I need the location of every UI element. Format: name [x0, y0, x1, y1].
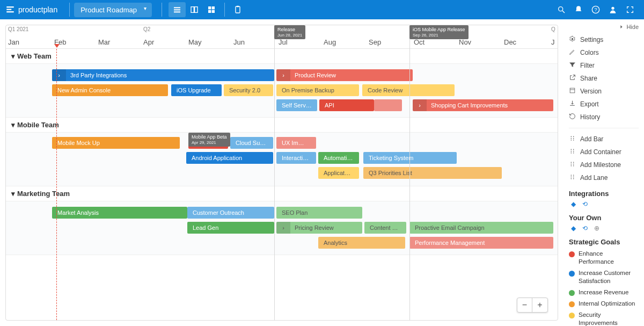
svg-point-18 [611, 7, 614, 10]
expand-chevron-icon[interactable]: › [52, 69, 66, 81]
bar-label: Self Serv… [282, 102, 312, 108]
help-icon[interactable]: ? [587, 2, 604, 17]
roadmap-bar[interactable]: Mobile Mock Up [52, 137, 180, 149]
svg-point-31 [573, 149, 574, 150]
roadmap-bar[interactable]: Applicat… [318, 167, 359, 179]
side-add-container[interactable]: Add Container [569, 146, 639, 158]
side-export[interactable]: Export [569, 98, 639, 111]
roadmap-bar[interactable]: Self Serv… [276, 99, 317, 111]
roadmap-bar[interactable]: iOS Upgrade [171, 84, 222, 96]
bar-label: On Premise Backup [282, 87, 334, 93]
side-add-milestone[interactable]: Add Milestone [569, 158, 639, 171]
side-filter[interactable]: Filter [569, 59, 639, 72]
roadmap-bar[interactable]: Performance Management [409, 237, 553, 249]
roadmap-canvas: Q1 2021Q2Q3Q4QJanFebMarAprMayJunJulAugSe… [0, 19, 564, 326]
roadmap-bar[interactable]: ›Shopping Cart Improvements [413, 99, 553, 111]
integration-refresh-icon[interactable]: ⟲ [581, 200, 589, 208]
roadmap-bar[interactable]: UX Im… [276, 137, 316, 149]
expand-chevron-icon[interactable]: › [276, 69, 290, 81]
roadmap-bar[interactable]: Ticketing System [363, 152, 457, 164]
svg-rect-5 [174, 11, 180, 12]
roadmap-bar[interactable]: Lead Gen [187, 222, 274, 234]
quarter-label: Q2 [143, 26, 150, 32]
roadmap-bar[interactable]: Security 2.0 [224, 84, 273, 96]
split-view-icon[interactable] [186, 2, 203, 17]
clipboard-icon[interactable] [229, 2, 246, 17]
roadmap-bar[interactable] [374, 99, 402, 111]
brand-logo[interactable]: productplan [5, 5, 57, 15]
bar-label: Security 2.0 [229, 87, 260, 93]
roadmap-bar[interactable]: ›3rd Party Integrations [52, 69, 274, 81]
svg-rect-8 [208, 6, 211, 9]
goal-item[interactable]: Security Improvements [569, 309, 639, 326]
goal-item[interactable]: Increase Customer Satisfaction [569, 267, 639, 287]
your-own-icon[interactable]: ◆ [569, 224, 577, 233]
bar-label: Analytics [324, 240, 347, 246]
roadmap-name: Product Roadmap [80, 6, 137, 14]
milestone-tag[interactable]: iOS Mobile App ReleaseSep 26, 2021 [409, 25, 469, 39]
goal-item[interactable]: Enhance Performance [569, 248, 639, 267]
side-history[interactable]: History [569, 111, 639, 124]
expand-chevron-icon[interactable]: › [276, 222, 290, 234]
roadmap-bar[interactable]: Customer Outreach [187, 207, 274, 219]
roadmap-bar[interactable]: Automati… [318, 152, 359, 164]
zoom-out-button[interactable]: − [517, 298, 532, 312]
svg-point-34 [571, 162, 572, 163]
goal-item[interactable]: Internal Optimization [569, 298, 639, 309]
grid-view-icon[interactable] [203, 2, 220, 17]
roadmap-bar[interactable]: SEO Plan [276, 207, 362, 219]
roadmap-bar[interactable]: Proactive Email Campaign [409, 222, 553, 234]
lane-header[interactable]: ▾Web Team [6, 49, 558, 64]
drag-icon [569, 173, 576, 182]
goal-dot [569, 301, 575, 307]
roadmap-bar[interactable]: Content … [364, 222, 406, 234]
separator [224, 3, 225, 17]
month-label: Nov [459, 38, 471, 46]
svg-point-23 [571, 138, 572, 139]
roadmap-bar[interactable]: Q3 Priorities List [363, 167, 502, 179]
logo-icon [5, 5, 15, 15]
roadmap-bar[interactable]: API [319, 99, 374, 111]
roadmap-bar[interactable]: Market Analysis [52, 207, 187, 219]
zoom-in-button[interactable]: + [532, 298, 547, 312]
milestone-tag[interactable]: ReleaseJun 28, 2021 [274, 25, 305, 39]
zoom-control: − + [517, 298, 548, 313]
side-add-lane[interactable]: Add Lane [569, 171, 639, 184]
integration-icon[interactable]: ◆ [569, 200, 577, 208]
hide-panel-button[interactable]: Hide [569, 24, 639, 30]
roadmap-bar[interactable]: Code Review [362, 84, 455, 96]
roadmap-bar[interactable]: Analytics [318, 237, 405, 249]
timeline-view-icon[interactable] [169, 2, 186, 17]
view-group [169, 2, 220, 17]
roadmap-bar[interactable]: ›Pricing Review [276, 222, 362, 234]
roadmap-bar[interactable]: Interacti… [276, 152, 316, 164]
side-add-bar[interactable]: Add Bar [569, 133, 639, 146]
lane-header[interactable]: ▾Marketing Team [6, 186, 558, 201]
expand-chevron-icon[interactable]: › [413, 99, 427, 111]
side-share[interactable]: Share [569, 72, 639, 85]
svg-point-36 [571, 165, 572, 166]
side-colors[interactable]: Colors [569, 46, 639, 59]
bell-icon[interactable] [570, 2, 587, 17]
roadmap-bar[interactable]: On Premise Backup [276, 84, 359, 96]
svg-rect-4 [174, 9, 180, 10]
roadmap-bar[interactable]: ›Product Review [276, 69, 413, 81]
lane-header[interactable]: ▾Mobile Team [6, 118, 558, 133]
user-icon[interactable] [604, 2, 621, 17]
roadmap-bar[interactable]: Android Application [186, 152, 273, 164]
bar-label: Market Analysis [57, 209, 99, 216]
your-own-refresh-icon[interactable]: ⟲ [581, 224, 589, 233]
your-own-icons: ◆ ⟲ ⊕ [569, 224, 639, 233]
side-version[interactable]: Version [569, 85, 639, 98]
add-your-own-icon[interactable]: ⊕ [592, 224, 601, 233]
side-settings[interactable]: Settings [569, 33, 639, 46]
goal-dot [569, 290, 575, 296]
roadmap-dropdown[interactable]: Product Roadmap [74, 3, 152, 17]
svg-point-38 [573, 164, 574, 165]
bar-label: API [325, 102, 334, 108]
search-icon[interactable] [553, 2, 570, 17]
roadmap-bar[interactable]: Cloud Su… [230, 137, 273, 149]
goal-item[interactable]: Increase Revenue [569, 287, 639, 298]
fullscreen-icon[interactable] [621, 2, 639, 17]
roadmap-bar[interactable]: New Admin Console [52, 84, 168, 96]
